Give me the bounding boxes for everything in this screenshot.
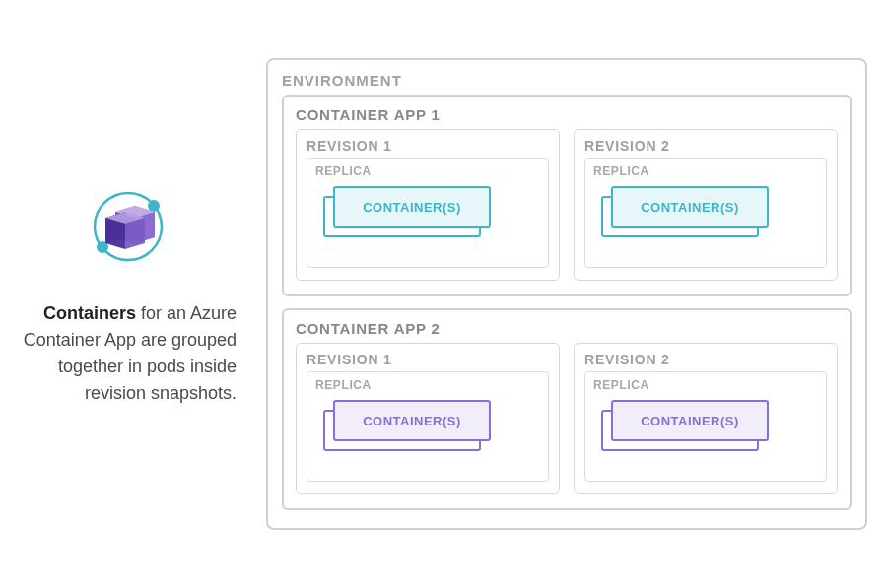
app-2-revision-1: REVISION 1 REPLICA CONTAINER(S)	[296, 343, 560, 494]
container-front: CONTAINER(S)	[333, 400, 491, 441]
container-front: CONTAINER(S)	[611, 186, 769, 228]
container-app-1: CONTAINER APP 1 REVISION 1 REPLICA CONTA…	[282, 95, 852, 296]
replica-box: REPLICA CONTAINER(S)	[307, 158, 549, 268]
app-1-label: CONTAINER APP 1	[296, 106, 838, 123]
container-stack: CONTAINER(S)	[611, 400, 814, 449]
replica-box: REPLICA CONTAINER(S)	[584, 371, 827, 482]
app-1-revision-2: REVISION 2 REPLICA CONTAINER(S)	[574, 129, 838, 281]
left-panel: Containers for an Azure Container App ar…	[20, 182, 266, 407]
container-app-2: CONTAINER APP 2 REVISION 1 REPLICA CONTA…	[282, 308, 852, 510]
replica-label: REPLICA	[315, 164, 540, 178]
container-apps-icon	[84, 182, 172, 271]
app-2-revisions: REVISION 1 REPLICA CONTAINER(S) REVISION…	[296, 343, 838, 494]
description-text: Containers for an Azure Container App ar…	[20, 300, 237, 407]
replica-label: REPLICA	[593, 378, 818, 392]
app-1-revision-1: REVISION 1 REPLICA CONTAINER(S)	[296, 129, 560, 281]
app-2-label: CONTAINER APP 2	[296, 320, 838, 337]
container-stack: CONTAINER(S)	[611, 186, 814, 235]
replica-box: REPLICA CONTAINER(S)	[307, 371, 549, 482]
app-2-revision-2: REVISION 2 REPLICA CONTAINER(S)	[574, 343, 838, 494]
description-bold: Containers	[43, 303, 136, 323]
revision-label: REVISION 1	[307, 138, 549, 154]
replica-label: REPLICA	[593, 164, 818, 178]
container-stack: CONTAINER(S)	[333, 400, 536, 449]
environment-label: ENVIRONMENT	[282, 72, 852, 89]
revision-label: REVISION 2	[584, 352, 827, 367]
replica-box: REPLICA CONTAINER(S)	[584, 158, 827, 268]
container-stack: CONTAINER(S)	[333, 186, 536, 235]
replica-label: REPLICA	[315, 378, 540, 392]
container-front: CONTAINER(S)	[333, 186, 491, 228]
revision-label: REVISION 1	[307, 352, 549, 367]
app-1-revisions: REVISION 1 REPLICA CONTAINER(S) REVISION…	[296, 129, 838, 281]
revision-label: REVISION 2	[584, 138, 827, 154]
container-front: CONTAINER(S)	[611, 400, 769, 441]
environment-box: ENVIRONMENT CONTAINER APP 1 REVISION 1 R…	[266, 58, 867, 530]
svg-point-1	[148, 200, 160, 212]
